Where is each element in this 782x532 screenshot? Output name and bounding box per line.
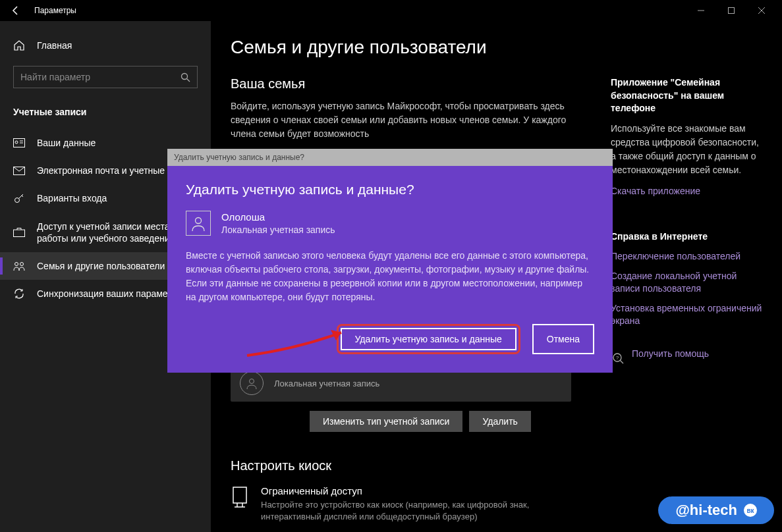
delete-user-button[interactable]: Удалить [469,411,530,432]
id-card-icon [13,138,26,147]
watermark: @hi-tech вк [658,496,774,524]
sync-icon [13,288,26,300]
vk-icon: вк [744,504,757,517]
minimize-button[interactable] [686,0,716,21]
sidebar-item-label: Семья и другие пользователи [37,260,165,272]
search-box[interactable] [13,66,198,88]
home-icon [13,40,26,51]
search-input[interactable] [20,72,181,82]
svg-rect-14 [14,230,25,237]
svg-point-25 [196,218,202,224]
svg-point-16 [20,262,24,265]
svg-line-13 [22,196,23,197]
svg-line-23 [621,360,624,363]
dialog-user-name: Ололоша [221,211,335,224]
web-help-title: Справка в Интернете [611,230,762,244]
window-title: Параметры [34,6,76,15]
dialog-user-avatar-icon [186,211,211,236]
sidebar-section-title: Учетные записи [0,101,211,122]
user-avatar-icon [240,371,264,395]
dialog-warning-text: Вместе с учетной записью этого человека … [186,249,594,304]
kiosk-row[interactable]: Ограниченный доступ Настройте это устрой… [231,485,571,523]
family-safety-desc: Используйте все знакомые вам средства ци… [611,122,762,177]
maximize-button[interactable] [716,0,746,21]
svg-line-5 [187,78,190,82]
sidebar-home[interactable]: Главная [0,34,211,57]
dialog-titlebar: Удалить учетную запись и данные? [167,149,613,166]
cancel-button[interactable]: Отмена [532,324,594,354]
briefcase-icon [13,227,26,237]
close-button[interactable] [746,0,777,21]
download-app-link[interactable]: Скачать приложение [611,185,762,198]
window-titlebar: Параметры [0,0,782,21]
key-icon [13,192,26,204]
kiosk-section-title: Настроить киоск [231,458,571,473]
svg-rect-18 [233,487,246,503]
family-safety-title: Приложение "Семейная безопасность" на ва… [611,76,762,115]
highlight-annotation: Удалить учетную запись и данные [337,324,520,354]
svg-point-7 [15,141,18,144]
help-link[interactable]: Создание локальной учетной записи пользо… [611,270,762,296]
help-link[interactable]: Установка временных ограничений экрана [611,302,762,328]
help-link[interactable]: Переключение пользователей [611,250,762,263]
get-help-link[interactable]: Получить помощь [632,348,709,361]
help-icon: ? [611,351,624,364]
svg-point-15 [15,262,18,265]
svg-point-4 [182,73,188,79]
sidebar-item-label: Синхронизация ваших параметров [37,288,187,300]
search-icon [181,72,190,82]
delete-account-dialog: Удалить учетную запись и данные? Удалить… [167,149,613,373]
family-section-desc: Войдите, используя учетную запись Майкро… [231,99,571,141]
people-icon [13,261,26,271]
svg-point-17 [250,379,254,384]
dialog-user-type: Локальная учетная запись [221,224,335,236]
kiosk-icon [231,485,249,509]
change-account-type-button[interactable]: Изменить тип учетной записи [310,411,462,432]
mail-icon [13,167,26,175]
user-type-label: Локальная учетная запись [274,379,379,388]
page-heading: Семья и другие пользователи [231,37,762,58]
sidebar-item-label: Ваши данные [37,137,96,149]
svg-text:?: ? [616,355,619,361]
kiosk-subtext: Настройте это устройство как киоск (напр… [261,499,571,523]
sidebar-home-label: Главная [37,40,72,51]
watermark-text: @hi-tech [675,502,737,519]
svg-point-11 [15,198,20,203]
sidebar-item-label: Варианты входа [37,192,107,204]
dialog-heading: Удалить учетную запись и данные? [186,182,594,198]
family-section-title: Ваша семья [231,76,571,92]
confirm-delete-button[interactable]: Удалить учетную запись и данные [341,328,517,350]
back-button[interactable] [5,0,26,21]
kiosk-heading: Ограниченный доступ [261,485,571,496]
svg-rect-1 [729,8,735,14]
